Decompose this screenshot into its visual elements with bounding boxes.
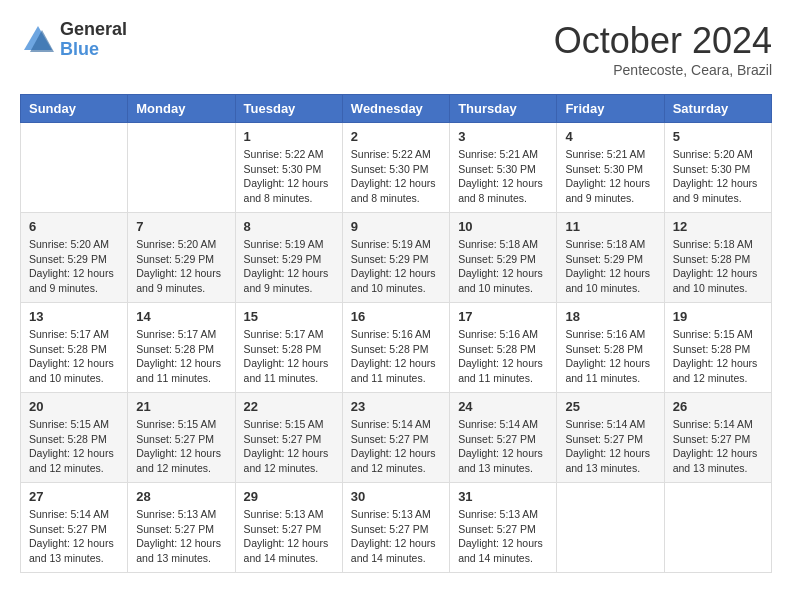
calendar-cell: 28Sunrise: 5:13 AM Sunset: 5:27 PM Dayli… <box>128 483 235 573</box>
page-header: General Blue October 2024 Pentecoste, Ce… <box>20 20 772 78</box>
calendar-week-5: 27Sunrise: 5:14 AM Sunset: 5:27 PM Dayli… <box>21 483 772 573</box>
day-number: 2 <box>351 129 441 144</box>
calendar-cell: 26Sunrise: 5:14 AM Sunset: 5:27 PM Dayli… <box>664 393 771 483</box>
day-number: 23 <box>351 399 441 414</box>
calendar-cell: 10Sunrise: 5:18 AM Sunset: 5:29 PM Dayli… <box>450 213 557 303</box>
column-header-monday: Monday <box>128 95 235 123</box>
calendar-body: 1Sunrise: 5:22 AM Sunset: 5:30 PM Daylig… <box>21 123 772 573</box>
day-number: 15 <box>244 309 334 324</box>
day-info: Sunrise: 5:14 AM Sunset: 5:27 PM Dayligh… <box>673 417 763 476</box>
day-number: 1 <box>244 129 334 144</box>
calendar-week-3: 13Sunrise: 5:17 AM Sunset: 5:28 PM Dayli… <box>21 303 772 393</box>
day-number: 13 <box>29 309 119 324</box>
day-number: 17 <box>458 309 548 324</box>
day-number: 12 <box>673 219 763 234</box>
calendar-cell <box>21 123 128 213</box>
day-number: 8 <box>244 219 334 234</box>
calendar-cell: 23Sunrise: 5:14 AM Sunset: 5:27 PM Dayli… <box>342 393 449 483</box>
calendar-cell <box>557 483 664 573</box>
day-info: Sunrise: 5:20 AM Sunset: 5:29 PM Dayligh… <box>136 237 226 296</box>
column-header-sunday: Sunday <box>21 95 128 123</box>
day-number: 7 <box>136 219 226 234</box>
day-info: Sunrise: 5:22 AM Sunset: 5:30 PM Dayligh… <box>244 147 334 206</box>
day-info: Sunrise: 5:13 AM Sunset: 5:27 PM Dayligh… <box>351 507 441 566</box>
calendar-cell: 15Sunrise: 5:17 AM Sunset: 5:28 PM Dayli… <box>235 303 342 393</box>
logo-general: General <box>60 20 127 40</box>
day-info: Sunrise: 5:14 AM Sunset: 5:27 PM Dayligh… <box>458 417 548 476</box>
calendar-table: SundayMondayTuesdayWednesdayThursdayFrid… <box>20 94 772 573</box>
calendar-cell: 29Sunrise: 5:13 AM Sunset: 5:27 PM Dayli… <box>235 483 342 573</box>
day-number: 21 <box>136 399 226 414</box>
calendar-cell: 9Sunrise: 5:19 AM Sunset: 5:29 PM Daylig… <box>342 213 449 303</box>
calendar-cell: 21Sunrise: 5:15 AM Sunset: 5:27 PM Dayli… <box>128 393 235 483</box>
calendar-cell: 16Sunrise: 5:16 AM Sunset: 5:28 PM Dayli… <box>342 303 449 393</box>
day-info: Sunrise: 5:14 AM Sunset: 5:27 PM Dayligh… <box>351 417 441 476</box>
column-header-thursday: Thursday <box>450 95 557 123</box>
day-info: Sunrise: 5:20 AM Sunset: 5:30 PM Dayligh… <box>673 147 763 206</box>
month-title: October 2024 <box>554 20 772 62</box>
day-info: Sunrise: 5:18 AM Sunset: 5:28 PM Dayligh… <box>673 237 763 296</box>
calendar-cell: 7Sunrise: 5:20 AM Sunset: 5:29 PM Daylig… <box>128 213 235 303</box>
day-info: Sunrise: 5:21 AM Sunset: 5:30 PM Dayligh… <box>458 147 548 206</box>
column-header-saturday: Saturday <box>664 95 771 123</box>
column-header-friday: Friday <box>557 95 664 123</box>
day-info: Sunrise: 5:14 AM Sunset: 5:27 PM Dayligh… <box>565 417 655 476</box>
day-number: 9 <box>351 219 441 234</box>
day-number: 6 <box>29 219 119 234</box>
day-info: Sunrise: 5:15 AM Sunset: 5:28 PM Dayligh… <box>29 417 119 476</box>
calendar-week-2: 6Sunrise: 5:20 AM Sunset: 5:29 PM Daylig… <box>21 213 772 303</box>
day-info: Sunrise: 5:17 AM Sunset: 5:28 PM Dayligh… <box>244 327 334 386</box>
day-number: 27 <box>29 489 119 504</box>
calendar-cell: 31Sunrise: 5:13 AM Sunset: 5:27 PM Dayli… <box>450 483 557 573</box>
day-info: Sunrise: 5:18 AM Sunset: 5:29 PM Dayligh… <box>565 237 655 296</box>
calendar-cell: 11Sunrise: 5:18 AM Sunset: 5:29 PM Dayli… <box>557 213 664 303</box>
day-info: Sunrise: 5:15 AM Sunset: 5:27 PM Dayligh… <box>136 417 226 476</box>
calendar-cell: 5Sunrise: 5:20 AM Sunset: 5:30 PM Daylig… <box>664 123 771 213</box>
day-number: 10 <box>458 219 548 234</box>
day-info: Sunrise: 5:20 AM Sunset: 5:29 PM Dayligh… <box>29 237 119 296</box>
day-number: 25 <box>565 399 655 414</box>
title-section: October 2024 Pentecoste, Ceara, Brazil <box>554 20 772 78</box>
calendar-cell: 1Sunrise: 5:22 AM Sunset: 5:30 PM Daylig… <box>235 123 342 213</box>
day-info: Sunrise: 5:13 AM Sunset: 5:27 PM Dayligh… <box>244 507 334 566</box>
calendar-cell: 24Sunrise: 5:14 AM Sunset: 5:27 PM Dayli… <box>450 393 557 483</box>
day-number: 11 <box>565 219 655 234</box>
calendar-cell: 19Sunrise: 5:15 AM Sunset: 5:28 PM Dayli… <box>664 303 771 393</box>
day-number: 19 <box>673 309 763 324</box>
calendar-cell: 3Sunrise: 5:21 AM Sunset: 5:30 PM Daylig… <box>450 123 557 213</box>
calendar-cell: 4Sunrise: 5:21 AM Sunset: 5:30 PM Daylig… <box>557 123 664 213</box>
day-number: 22 <box>244 399 334 414</box>
calendar-cell: 25Sunrise: 5:14 AM Sunset: 5:27 PM Dayli… <box>557 393 664 483</box>
calendar-cell: 20Sunrise: 5:15 AM Sunset: 5:28 PM Dayli… <box>21 393 128 483</box>
calendar-cell: 13Sunrise: 5:17 AM Sunset: 5:28 PM Dayli… <box>21 303 128 393</box>
day-number: 24 <box>458 399 548 414</box>
day-number: 28 <box>136 489 226 504</box>
logo-icon <box>20 22 56 58</box>
day-number: 14 <box>136 309 226 324</box>
day-number: 30 <box>351 489 441 504</box>
calendar-header: SundayMondayTuesdayWednesdayThursdayFrid… <box>21 95 772 123</box>
day-number: 16 <box>351 309 441 324</box>
calendar-week-1: 1Sunrise: 5:22 AM Sunset: 5:30 PM Daylig… <box>21 123 772 213</box>
day-number: 4 <box>565 129 655 144</box>
column-header-wednesday: Wednesday <box>342 95 449 123</box>
day-info: Sunrise: 5:13 AM Sunset: 5:27 PM Dayligh… <box>136 507 226 566</box>
day-info: Sunrise: 5:13 AM Sunset: 5:27 PM Dayligh… <box>458 507 548 566</box>
day-info: Sunrise: 5:16 AM Sunset: 5:28 PM Dayligh… <box>351 327 441 386</box>
day-info: Sunrise: 5:15 AM Sunset: 5:27 PM Dayligh… <box>244 417 334 476</box>
logo-blue: Blue <box>60 40 127 60</box>
day-number: 31 <box>458 489 548 504</box>
day-info: Sunrise: 5:17 AM Sunset: 5:28 PM Dayligh… <box>29 327 119 386</box>
day-number: 18 <box>565 309 655 324</box>
day-number: 26 <box>673 399 763 414</box>
calendar-cell <box>664 483 771 573</box>
calendar-cell: 14Sunrise: 5:17 AM Sunset: 5:28 PM Dayli… <box>128 303 235 393</box>
calendar-cell: 8Sunrise: 5:19 AM Sunset: 5:29 PM Daylig… <box>235 213 342 303</box>
day-info: Sunrise: 5:16 AM Sunset: 5:28 PM Dayligh… <box>565 327 655 386</box>
calendar-cell <box>128 123 235 213</box>
day-info: Sunrise: 5:15 AM Sunset: 5:28 PM Dayligh… <box>673 327 763 386</box>
calendar-week-4: 20Sunrise: 5:15 AM Sunset: 5:28 PM Dayli… <box>21 393 772 483</box>
day-number: 5 <box>673 129 763 144</box>
calendar-cell: 6Sunrise: 5:20 AM Sunset: 5:29 PM Daylig… <box>21 213 128 303</box>
day-info: Sunrise: 5:19 AM Sunset: 5:29 PM Dayligh… <box>351 237 441 296</box>
